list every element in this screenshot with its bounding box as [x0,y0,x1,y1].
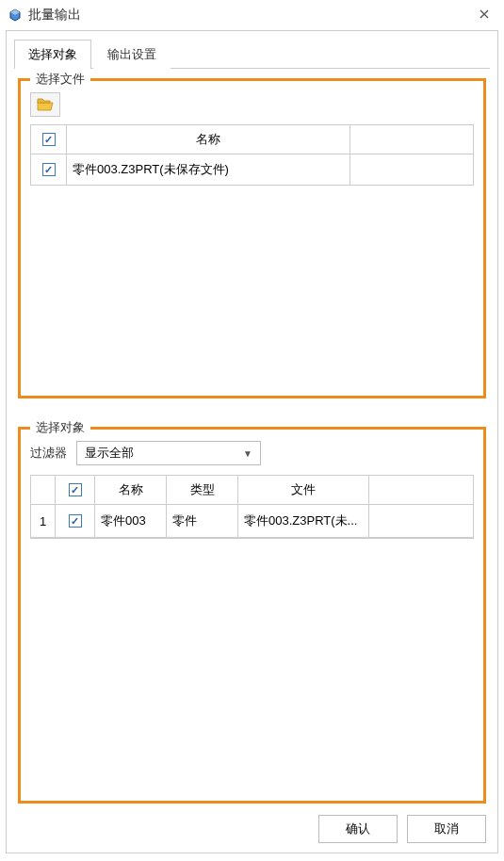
object-header-index [31,476,56,505]
window-title: 批量输出 [28,7,81,24]
filter-row: 过滤器 显示全部 ▼ [30,441,474,465]
object-table-header: 名称 类型 文件 [31,476,473,505]
file-row-spacer [350,154,473,185]
file-table-header: 名称 [31,125,473,154]
object-table: 名称 类型 文件 1 零件003 零件 零件003.Z3PRT(未... [30,475,474,539]
filter-label: 过滤器 [30,445,67,462]
object-row-index: 1 [31,505,56,537]
object-row-type: 零件 [167,505,238,537]
select-object-group: 选择对象 过滤器 显示全部 ▼ 名称 类型 文件 [18,427,486,804]
filter-dropdown[interactable]: 显示全部 ▼ [76,441,261,465]
app-icon [8,8,23,23]
object-header-file: 文件 [238,476,369,505]
object-table-row[interactable]: 1 零件003 零件 零件003.Z3PRT(未... [31,505,473,538]
object-row-checkbox[interactable] [69,514,82,528]
folder-icon [37,98,54,111]
file-header-name: 名称 [67,125,350,154]
select-file-group: 选择文件 名称 [18,78,486,398]
object-row-name: 零件003 [95,505,167,537]
close-icon[interactable] [474,6,495,23]
select-file-legend: 选择文件 [30,71,90,88]
tab-output-settings[interactable]: 输出设置 [93,40,171,69]
object-row-checkbox-cell [56,505,95,537]
tab-bar: 选择对象 输出设置 [7,31,497,68]
chevron-down-icon: ▼ [243,448,252,459]
cancel-button[interactable]: 取消 [407,815,486,843]
title-bar: 批量输出 [0,0,504,30]
filter-dropdown-value: 显示全部 [85,445,243,462]
object-header-type: 类型 [167,476,238,505]
dialog-body: 选择对象 输出设置 选择文件 名称 [6,30,498,853]
tab-panel: 选择文件 名称 [7,69,497,804]
file-header-checkbox-cell [31,125,67,154]
file-row-checkbox-cell [31,154,67,185]
tab-select-object[interactable]: 选择对象 [14,40,91,69]
file-table-row[interactable]: 零件003.Z3PRT(未保存文件) [31,154,473,185]
file-header-spacer [350,125,473,154]
ok-button[interactable]: 确认 [318,815,398,843]
dialog-buttons: 确认 取消 [318,815,486,843]
file-row-name: 零件003.Z3PRT(未保存文件) [67,154,350,185]
file-select-all-checkbox[interactable] [42,133,56,146]
file-table: 名称 零件003.Z3PRT(未保存文件) [30,124,474,186]
open-folder-button[interactable] [30,92,60,117]
object-header-checkbox-cell [56,476,95,505]
object-header-name: 名称 [95,476,167,505]
object-select-all-checkbox[interactable] [69,483,82,496]
select-object-legend: 选择对象 [30,419,90,436]
object-row-spacer [369,505,473,537]
object-row-file: 零件003.Z3PRT(未... [238,505,369,537]
object-header-spacer [369,476,473,505]
file-row-checkbox[interactable] [42,163,56,176]
